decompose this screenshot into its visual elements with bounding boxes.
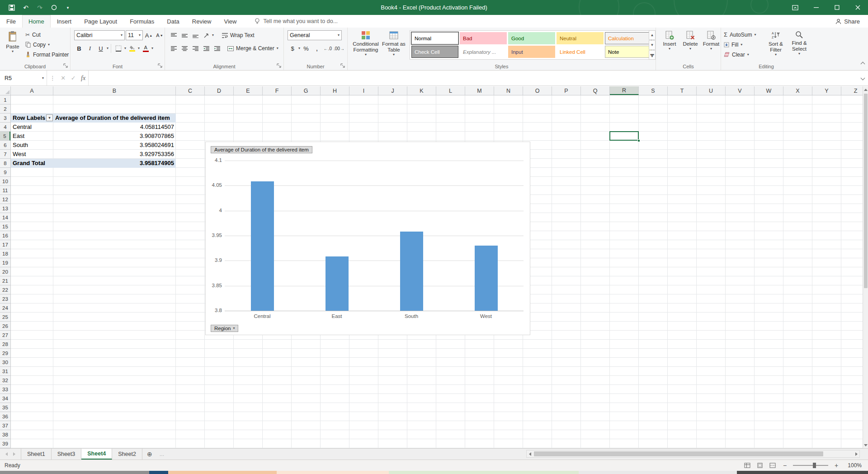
selected-cell-R5[interactable] bbox=[609, 131, 639, 141]
align-top-button[interactable] bbox=[169, 30, 179, 40]
ribbon-tab-view[interactable]: View bbox=[217, 15, 243, 28]
row-header-6[interactable]: 6 bbox=[0, 141, 10, 150]
collapse-ribbon-icon[interactable] bbox=[861, 59, 864, 67]
cell-B8[interactable]: 3.958174905 bbox=[53, 159, 176, 168]
ribbon-tab-insert[interactable]: Insert bbox=[51, 15, 78, 28]
page-layout-view-button[interactable] bbox=[756, 462, 764, 469]
font-name-select[interactable]: Calibri▾ bbox=[74, 30, 125, 40]
increase-indent-button[interactable] bbox=[212, 43, 222, 53]
cell-style-check-cell[interactable]: Check Cell bbox=[411, 46, 458, 58]
clipboard-dialog-launcher-icon[interactable] bbox=[63, 63, 68, 68]
row-header-27[interactable]: 27 bbox=[0, 331, 10, 340]
sheet-tab-sheet3[interactable]: Sheet3 bbox=[52, 449, 82, 460]
ribbon-tab-page-layout[interactable]: Page Layout bbox=[78, 15, 123, 28]
row-header-39[interactable]: 39 bbox=[0, 439, 10, 448]
horizontal-scrollbar[interactable] bbox=[526, 450, 860, 458]
redo-icon[interactable]: ↷ bbox=[34, 2, 45, 13]
row-header-2[interactable]: 2 bbox=[0, 104, 10, 114]
column-header-y[interactable]: Y bbox=[812, 86, 841, 95]
minimize-button[interactable] bbox=[806, 0, 826, 15]
close-button[interactable] bbox=[847, 0, 868, 15]
row-header-11[interactable]: 11 bbox=[0, 186, 10, 195]
wrap-text-button[interactable]: Wrap Text bbox=[222, 31, 255, 40]
clear-button[interactable]: Clear▾ bbox=[724, 50, 756, 59]
zoom-slider-handle[interactable] bbox=[813, 463, 816, 468]
align-left-button[interactable] bbox=[169, 43, 179, 53]
touch-mode-icon[interactable] bbox=[48, 2, 59, 13]
accounting-format-button[interactable]: $ bbox=[288, 43, 297, 53]
grid-body[interactable]: Row Labels▾Average of Duration of the de… bbox=[11, 95, 863, 448]
column-header-l[interactable]: L bbox=[436, 86, 465, 95]
pivot-chart[interactable]: Average of Duration of the delivered ite… bbox=[205, 142, 530, 335]
gallery-more-icon[interactable]: ▬▼ bbox=[649, 50, 656, 60]
increase-decimal-button[interactable]: ←.0 bbox=[323, 43, 333, 53]
sheet-tab-sheet4[interactable]: Sheet4 bbox=[81, 449, 112, 460]
row-header-26[interactable]: 26 bbox=[0, 322, 10, 331]
cut-button[interactable]: ✂Cut bbox=[25, 30, 69, 39]
tab-splitter-handle[interactable]: … bbox=[157, 449, 167, 460]
font-dialog-launcher-icon[interactable] bbox=[158, 63, 163, 68]
tell-me-box[interactable]: Tell me what you want to do... bbox=[255, 15, 338, 28]
cell-A7[interactable]: West bbox=[11, 150, 53, 159]
row-header-35[interactable]: 35 bbox=[0, 403, 10, 412]
chart-axis-field-button[interactable]: Region▾ bbox=[211, 325, 238, 332]
sheet-tab-sheet2[interactable]: Sheet2 bbox=[112, 449, 142, 460]
new-sheet-button[interactable]: ⊕ bbox=[142, 449, 157, 460]
row-header-17[interactable]: 17 bbox=[0, 240, 10, 249]
fill-handle[interactable] bbox=[637, 139, 640, 142]
vertical-scroll-thumb[interactable] bbox=[864, 94, 868, 288]
column-header-k[interactable]: K bbox=[407, 86, 436, 95]
cell-style-explanatory[interactable]: Explanatory ... bbox=[460, 46, 507, 58]
cell-B3[interactable]: Average of Duration of the delivered ite… bbox=[53, 114, 176, 123]
scroll-up-icon[interactable] bbox=[863, 86, 868, 93]
column-header-a[interactable]: A bbox=[11, 86, 53, 95]
decrease-decimal-button[interactable]: .00→ bbox=[334, 43, 344, 53]
customize-qat-icon[interactable]: ▾ bbox=[62, 2, 73, 13]
row-header-12[interactable]: 12 bbox=[0, 195, 10, 204]
page-break-view-button[interactable] bbox=[769, 462, 777, 469]
column-header-q[interactable]: Q bbox=[581, 86, 610, 95]
column-header-u[interactable]: U bbox=[697, 86, 726, 95]
row-header-13[interactable]: 13 bbox=[0, 204, 10, 213]
cell-B6[interactable]: 3.958024691 bbox=[53, 141, 176, 150]
row-header-28[interactable]: 28 bbox=[0, 340, 10, 349]
column-header-p[interactable]: P bbox=[552, 86, 581, 95]
format-cells-button[interactable]: Format▾ bbox=[701, 29, 721, 64]
enter-icon[interactable]: ✓ bbox=[71, 75, 76, 81]
column-header-f[interactable]: F bbox=[263, 86, 292, 95]
chart-value-field-button[interactable]: Average of Duration of the delivered ite… bbox=[211, 146, 312, 153]
row-header-10[interactable]: 10 bbox=[0, 177, 10, 186]
row-header-22[interactable]: 22 bbox=[0, 285, 10, 294]
cell-A6[interactable]: South bbox=[11, 141, 53, 150]
row-header-23[interactable]: 23 bbox=[0, 294, 10, 303]
cell-style-normal[interactable]: Normal bbox=[411, 32, 458, 44]
cell-B5[interactable]: 3.908707865 bbox=[53, 132, 176, 141]
row-header-9[interactable]: 9 bbox=[0, 168, 10, 177]
cell-A3[interactable]: Row Labels▾ bbox=[11, 114, 53, 123]
column-header-t[interactable]: T bbox=[668, 86, 697, 95]
column-header-i[interactable]: I bbox=[349, 86, 378, 95]
italic-button[interactable]: I bbox=[85, 43, 95, 53]
copy-button[interactable]: Copy▾ bbox=[25, 40, 69, 49]
chart-bar-central[interactable] bbox=[251, 181, 274, 311]
ribbon-tab-home[interactable]: Home bbox=[22, 15, 51, 28]
row-header-29[interactable]: 29 bbox=[0, 349, 10, 358]
column-header-c[interactable]: C bbox=[176, 86, 205, 95]
scroll-down-icon[interactable] bbox=[863, 442, 868, 448]
font-color-button[interactable]: A bbox=[141, 43, 151, 53]
scroll-left-icon[interactable] bbox=[527, 450, 533, 457]
cell-A4[interactable]: Central bbox=[11, 123, 53, 132]
cell-style-good[interactable]: Good bbox=[508, 32, 555, 44]
font-size-select[interactable]: 11▾ bbox=[126, 30, 143, 40]
zoom-level[interactable]: 100% bbox=[844, 462, 862, 469]
cell-style-neutral[interactable]: Neutral bbox=[557, 32, 604, 44]
row-header-21[interactable]: 21 bbox=[0, 276, 10, 285]
row-labels-filter-icon[interactable]: ▾ bbox=[46, 114, 53, 121]
normal-view-button[interactable] bbox=[743, 462, 751, 469]
cancel-icon[interactable]: ✕ bbox=[61, 75, 66, 81]
align-right-button[interactable] bbox=[190, 43, 200, 53]
row-header-33[interactable]: 33 bbox=[0, 385, 10, 394]
row-header-25[interactable]: 25 bbox=[0, 313, 10, 322]
ribbon-tab-review[interactable]: Review bbox=[186, 15, 218, 28]
insert-cells-button[interactable]: Insert▾ bbox=[660, 29, 679, 64]
